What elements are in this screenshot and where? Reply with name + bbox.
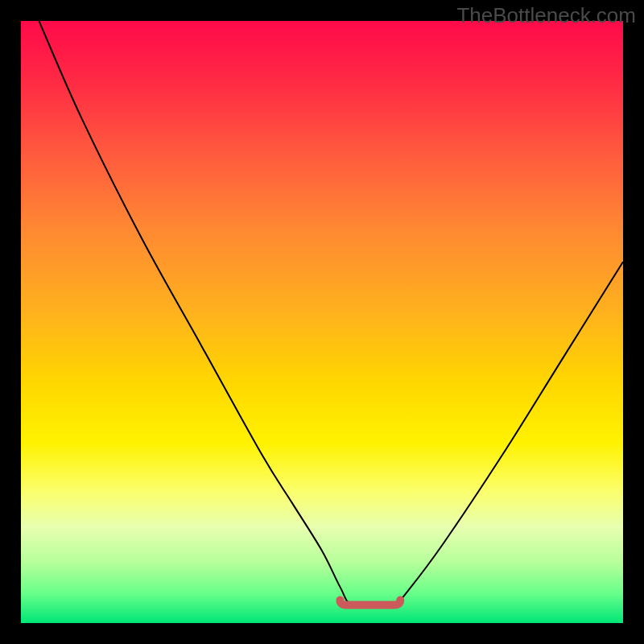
chart-svg [21,21,623,623]
chart-frame: TheBottleneck.com [0,0,644,644]
watermark-text: TheBottleneck.com [456,3,636,28]
plot-area [21,21,623,623]
flat-region-path [340,601,400,605]
bottleneck-curve-path [39,21,623,606]
